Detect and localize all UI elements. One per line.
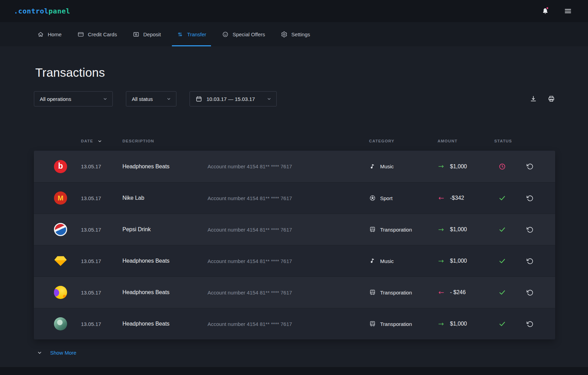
nav-item-label: Settings [291, 31, 310, 37]
repeat-icon [526, 257, 533, 265]
arrow-right-icon [438, 226, 445, 233]
operations-filter-value: All operations [40, 96, 71, 102]
clock-pending-icon [498, 163, 506, 170]
merchant-logo: M [54, 191, 67, 205]
deposit-icon [133, 31, 139, 38]
date-range-picker[interactable]: 10.03.17 — 15.03.17 [190, 91, 277, 106]
repeat-transaction-button[interactable] [526, 320, 533, 328]
print-button[interactable] [548, 95, 555, 103]
show-more-label: Show More [50, 350, 76, 356]
download-button[interactable] [530, 95, 537, 103]
nav-item-home[interactable]: Home [33, 22, 66, 46]
status-filter-select[interactable]: All status [126, 91, 176, 106]
menu-button[interactable] [564, 7, 572, 15]
row-status-cell [494, 289, 524, 296]
column-header-description: DESCRIPTION [122, 139, 208, 143]
nav-item-special-offers[interactable]: Special Offers [217, 22, 270, 46]
show-more-button[interactable]: Show More [37, 350, 76, 356]
nav-item-credit-cards[interactable]: Credit Cards [73, 22, 122, 46]
merchant-logo [54, 223, 67, 236]
merchant-logo: b [54, 160, 67, 173]
column-header-amount: AMOUNT [438, 139, 494, 143]
row-amount-cell: $1,000 [438, 320, 494, 328]
repeat-transaction-button[interactable] [526, 195, 533, 202]
nav-item-transfer[interactable]: Transfer [172, 22, 211, 46]
table-row[interactable]: 13.05.17 Headphones Beats Account number… [34, 245, 555, 276]
row-amount: -$342 [450, 195, 464, 201]
row-amount: $1,000 [450, 226, 467, 233]
date-sort-button[interactable] [97, 139, 102, 144]
check-icon [498, 289, 506, 296]
check-icon [498, 226, 506, 233]
table-row[interactable]: 13.05.17 Pepsi Drink Account number 4154… [34, 214, 555, 245]
arrow-right-icon [438, 257, 445, 265]
row-category-label: Music [380, 163, 394, 169]
arrow-left-icon [438, 289, 445, 296]
music-note-icon [369, 257, 376, 264]
row-amount: - $246 [450, 289, 466, 296]
row-status-cell [494, 194, 524, 202]
row-amount-cell: $1,000 [438, 163, 494, 170]
column-header-category: CATEGORY [369, 139, 438, 143]
row-date: 13.05.17 [81, 227, 122, 233]
nav-item-label: Transfer [187, 31, 206, 37]
page-title: Transactions [35, 65, 555, 80]
main-nav: HomeCredit CardsDepositTransferSpecial O… [0, 22, 588, 46]
nav-item-label: Special Offers [232, 31, 265, 37]
printer-icon [548, 95, 555, 103]
nav-item-deposit[interactable]: Deposit [128, 22, 166, 46]
row-category: Transporation [369, 289, 438, 296]
operations-filter-select[interactable]: All operations [34, 91, 113, 106]
chevron-down-icon [37, 350, 43, 356]
row-category-label: Transporation [380, 290, 412, 296]
chevron-down-icon [266, 96, 272, 102]
notifications-button[interactable] [541, 7, 549, 15]
row-description: Nike Lab [122, 195, 208, 201]
row-category: Sport [369, 195, 438, 201]
row-date: 13.05.17 [81, 321, 122, 327]
row-description: Headphones Beats [122, 163, 208, 170]
app-logo[interactable]: .controlpanel [14, 7, 70, 15]
nav-item-settings[interactable]: Settings [276, 22, 315, 46]
table-header-row: DATE DESCRIPTION CATEGORY AMOUNT STATUS [34, 135, 555, 147]
repeat-icon [526, 195, 533, 202]
row-account: Account number 4154 81** **** 7617 [208, 195, 369, 201]
repeat-transaction-button[interactable] [526, 289, 533, 296]
row-date: 13.05.17 [81, 163, 122, 169]
transfer-icon [177, 31, 183, 38]
bus-icon [369, 226, 376, 233]
merchant-logo [54, 254, 67, 268]
arrow-left-icon [438, 195, 445, 202]
row-amount-cell: -$342 [438, 195, 494, 202]
soccer-ball-icon [369, 195, 376, 201]
check-icon [498, 257, 506, 265]
repeat-transaction-button[interactable] [526, 226, 533, 233]
table-row[interactable]: b 13.05.17 Headphones Beats Account numb… [34, 151, 555, 182]
row-status-cell [494, 226, 524, 233]
top-bar: .controlpanel [0, 0, 588, 22]
row-account: Account number 4154 81** **** 7617 [208, 258, 369, 264]
row-status-cell [494, 320, 524, 328]
table-row[interactable]: 13.05.17 Headphones Beats Account number… [34, 276, 555, 308]
repeat-icon [526, 289, 533, 296]
transactions-table: b 13.05.17 Headphones Beats Account numb… [34, 151, 555, 339]
repeat-icon [526, 163, 533, 170]
table-row[interactable]: M 13.05.17 Nike Lab Account number 4154 … [34, 182, 555, 214]
arrow-right-icon [438, 163, 445, 170]
status-filter-value: All status [132, 96, 153, 102]
row-account: Account number 4154 81** **** 7617 [208, 290, 369, 296]
nav-item-label: Credit Cards [88, 31, 117, 37]
gear-icon [281, 31, 287, 38]
row-category-label: Music [380, 258, 394, 264]
repeat-transaction-button[interactable] [526, 257, 533, 265]
smiley-icon [222, 31, 229, 38]
row-date: 13.05.17 [81, 195, 122, 201]
logo-text-primary: .control [14, 7, 48, 15]
repeat-transaction-button[interactable] [526, 163, 533, 170]
calendar-icon [195, 95, 202, 102]
arrow-right-icon [438, 320, 445, 328]
row-description: Headphones Beats [122, 321, 208, 327]
table-row[interactable]: 13.05.17 Headphones Beats Account number… [34, 308, 555, 339]
column-header-date: DATE [81, 139, 93, 143]
row-status-cell [494, 257, 524, 265]
